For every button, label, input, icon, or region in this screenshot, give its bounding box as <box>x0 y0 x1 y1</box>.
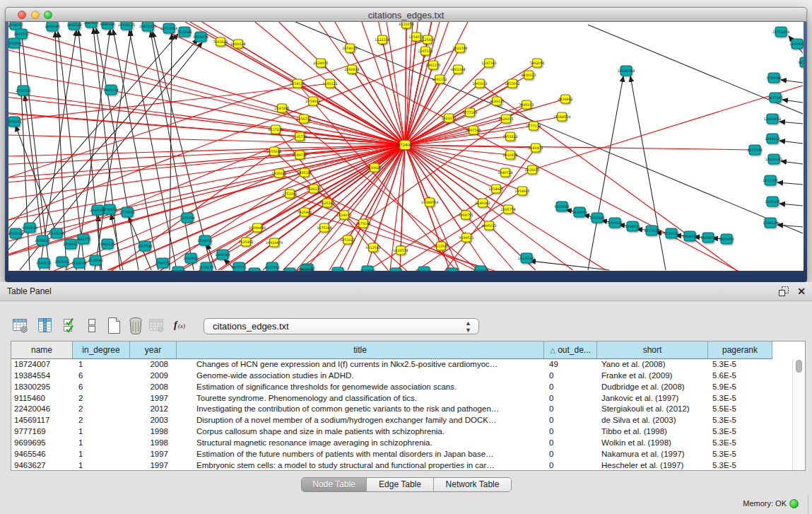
cell-in_degree: 1 <box>73 460 130 472</box>
cell-short: Wolkin et al. (1998) <box>597 438 708 449</box>
svg-text:1955822: 1955822 <box>502 135 517 139</box>
svg-text:19384554: 19384554 <box>421 201 438 204</box>
delete-table-icon[interactable] <box>127 317 144 337</box>
svg-text:7125402: 7125402 <box>238 240 253 244</box>
cell-out_de: 0 <box>544 393 597 404</box>
column-header-short[interactable]: short <box>597 341 708 359</box>
select-columns-icon[interactable] <box>37 317 54 337</box>
table-row[interactable]: 911546021997Tourette syndrome. Phenomeno… <box>11 393 772 404</box>
table-select-combobox[interactable]: citations_edges.txt ▲▼ <box>204 318 479 334</box>
cell-short: Stergiakouli et al. (2012) <box>597 404 708 415</box>
tab-node-table[interactable]: Node Table <box>302 478 366 491</box>
cell-in_degree: 1 <box>73 449 130 460</box>
svg-text:1895754: 1895754 <box>500 208 515 211</box>
table-panel-title: Table Panel <box>7 282 52 300</box>
svg-text:9861304: 9861304 <box>450 68 465 71</box>
table-row[interactable]: 1938455462009Genome-wide association stu… <box>11 370 772 382</box>
svg-text:1122334: 1122334 <box>375 38 389 42</box>
cell-short: Tibbo et al. (1998) <box>597 426 708 438</box>
svg-text:7925440: 7925440 <box>297 211 312 214</box>
cell-in_degree: 1 <box>73 438 130 449</box>
svg-text:1513545: 1513545 <box>433 245 448 248</box>
svg-text:18724007: 18724007 <box>395 143 415 147</box>
svg-text:1256712: 1256712 <box>296 117 311 121</box>
cell-pagerank: 5.3E-5 <box>708 359 772 370</box>
svg-text:1815034: 1815034 <box>416 270 431 271</box>
row-height-icon[interactable] <box>88 317 96 337</box>
svg-text:1160121: 1160121 <box>322 82 337 86</box>
svg-text:7515526: 7515526 <box>177 30 192 34</box>
cell-title: Genome-wide association studies in ADHD. <box>177 370 544 382</box>
svg-text:9505135: 9505135 <box>36 262 51 265</box>
network-canvas[interactable]: 1034057206914010653281527607646616010719… <box>8 22 804 271</box>
window-titlebar[interactable]: citations_edges.txt <box>5 7 807 22</box>
scrollbar-thumb[interactable] <box>796 360 802 373</box>
svg-text:9227343: 9227343 <box>767 96 782 100</box>
cell-name: 9465546 <box>11 449 73 460</box>
svg-text:1735992: 1735992 <box>119 211 134 214</box>
cell-short: Nakamura et al. (1997) <box>597 449 708 460</box>
column-header-name[interactable]: name <box>11 341 73 359</box>
cell-out_de: 0 <box>544 404 597 415</box>
combo-stepper-icon: ▲▼ <box>465 320 471 334</box>
cell-out_de: 0 <box>544 460 597 472</box>
graph-node[interactable] <box>249 268 260 271</box>
table-row[interactable]: 1872400712008Changes of HCN gene express… <box>11 359 772 370</box>
tab-network-table[interactable]: Network Table <box>433 478 511 491</box>
column-header-pagerank[interactable]: pagerank <box>708 341 772 359</box>
cell-pagerank: 5.5E-5 <box>708 404 772 415</box>
svg-text:9599511: 9599511 <box>459 236 473 240</box>
table-row[interactable]: 977716911998Corpus callosum shape and si… <box>11 426 772 438</box>
cell-short: Hescheler et al. (1997) <box>597 460 708 472</box>
cell-year: 1998 <box>130 438 177 449</box>
table-row[interactable]: 946554611997Estimation of the future num… <box>11 449 772 460</box>
svg-text:1633054: 1633054 <box>572 211 587 214</box>
svg-text:1777134: 1777134 <box>526 124 541 128</box>
import-table-disabled-icon[interactable] <box>148 317 165 337</box>
cell-out_de: 0 <box>544 415 597 426</box>
cell-out_de: 0 <box>544 426 597 438</box>
table-row[interactable]: 2242004622012Investigating the contribut… <box>11 404 772 415</box>
select-rows-icon[interactable] <box>62 317 76 337</box>
svg-text:7462056: 7462056 <box>529 62 544 65</box>
svg-text:1325054: 1325054 <box>180 216 194 220</box>
svg-text:16914479: 16914479 <box>266 241 283 245</box>
graph-node[interactable] <box>284 268 295 271</box>
float-panel-icon[interactable] <box>779 286 789 296</box>
graph-node[interactable] <box>390 268 401 271</box>
close-panel-icon[interactable]: ✕ <box>797 286 806 297</box>
svg-text:1921072: 1921072 <box>441 117 456 120</box>
svg-text:2089718: 2089718 <box>292 153 307 157</box>
column-header-title[interactable]: title <box>177 341 544 359</box>
svg-text:1505012: 1505012 <box>54 260 69 264</box>
column-header-year[interactable]: year <box>130 341 177 359</box>
cell-short: de Silva et al. (2003) <box>597 415 708 426</box>
tab-edge-table[interactable]: Edge Table <box>366 478 433 491</box>
svg-text:9506112: 9506112 <box>306 187 321 191</box>
table-row[interactable]: 1830029562008Estimation of significance … <box>11 382 772 393</box>
graph-node[interactable] <box>447 268 458 271</box>
svg-text:2336442: 2336442 <box>558 98 572 101</box>
svg-text:1173542: 1173542 <box>473 269 488 271</box>
cell-year: 2008 <box>130 382 177 393</box>
table-settings-icon[interactable] <box>12 317 29 337</box>
table-row[interactable]: 1456911722003Disruption of a novel membe… <box>11 415 772 426</box>
cell-name: 22420046 <box>11 404 73 415</box>
svg-text:1244419: 1244419 <box>765 137 779 141</box>
svg-text:9657771: 9657771 <box>231 266 246 269</box>
new-table-icon[interactable] <box>106 317 122 337</box>
vertical-scrollbar[interactable] <box>792 359 805 470</box>
svg-text:1040724: 1040724 <box>498 171 512 175</box>
svg-text:18300295: 18300295 <box>366 166 383 170</box>
table-row[interactable]: 969969511998Structural magnetic resonanc… <box>11 438 772 449</box>
svg-text:1942775: 1942775 <box>76 238 90 241</box>
memory-status-label: Memory: OK <box>743 499 787 508</box>
column-header-out_de[interactable]: △ out_de... <box>544 341 597 359</box>
svg-text:16671355: 16671355 <box>139 25 156 28</box>
svg-text:1197401: 1197401 <box>789 42 804 46</box>
table-row[interactable]: 946362711997Embryonic stem cells: a mode… <box>11 460 772 472</box>
column-header-in_degree[interactable]: in_degree <box>73 341 130 359</box>
function-builder-icon[interactable]: f(x) <box>173 317 192 335</box>
table-select-value: citations_edges.txt <box>213 319 289 334</box>
cell-title: Investigating the contribution of common… <box>177 404 544 415</box>
